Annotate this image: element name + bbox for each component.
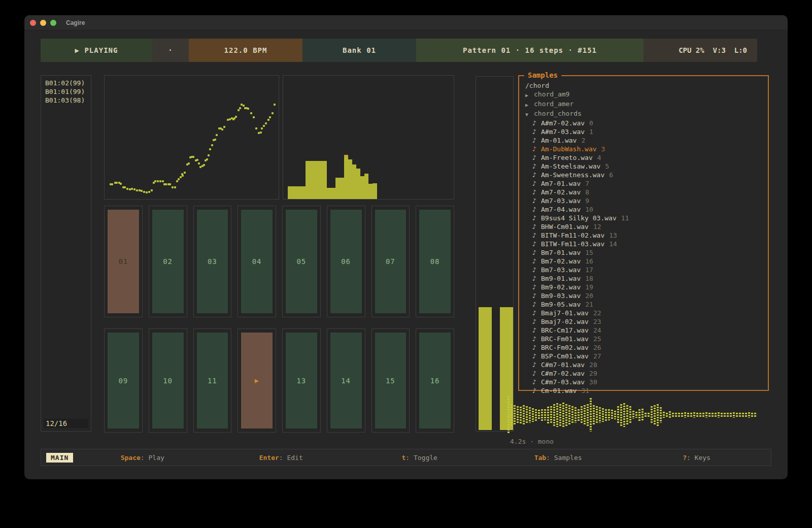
pad-button[interactable]: 01 bbox=[108, 210, 139, 313]
sample-file-row[interactable]: ♪ BHW-Cm01.wav 12 bbox=[525, 222, 768, 231]
sample-file-row[interactable]: ♪ Bmaj7-01.wav 22 bbox=[525, 309, 768, 317]
sample-index: 11 bbox=[621, 214, 629, 222]
pad-button[interactable]: 09 bbox=[108, 333, 139, 428]
folder-name: chord_am9 bbox=[534, 90, 569, 100]
sample-file-name: Am-Sweetness.wav bbox=[541, 171, 604, 179]
music-note-icon: ♪ bbox=[532, 240, 541, 248]
sample-index: 13 bbox=[609, 231, 617, 240]
screen: Cagire ▶ PLAYING · 122.0 BPM Bank 01 Pat… bbox=[0, 0, 812, 528]
sample-file-row[interactable]: ♪ Bmaj7-02.wav 23 bbox=[525, 317, 768, 326]
music-note-icon: ♪ bbox=[532, 248, 541, 257]
music-note-icon: ♪ bbox=[532, 153, 541, 162]
key-hint: Space: Play bbox=[73, 454, 212, 461]
music-note-icon: ♪ bbox=[532, 266, 541, 274]
pad-button[interactable]: 03 bbox=[197, 210, 228, 313]
sample-file-row[interactable]: ♪ BRC-Cm17.wav 24 bbox=[525, 326, 768, 335]
music-note-icon: ♪ bbox=[532, 162, 541, 171]
sample-file-name: BRC-Fm01.wav bbox=[541, 335, 589, 343]
mode-badge: MAIN bbox=[46, 453, 73, 463]
sample-file-row[interactable]: ♪ Am7-02.wav 8 bbox=[525, 188, 768, 196]
pad-button[interactable]: 07 bbox=[375, 210, 407, 313]
sample-file-row[interactable]: ♪ C#m7-02.wav 29 bbox=[525, 369, 768, 378]
pad-button[interactable]: 11 bbox=[197, 333, 228, 428]
sample-file-row[interactable]: ♪ B9sus4 Silky 03.wav 11 bbox=[525, 214, 768, 222]
pad-button[interactable]: 10 bbox=[152, 333, 184, 428]
sample-file-name: Bm7-02.wav bbox=[541, 257, 581, 266]
sample-file-row[interactable]: ♪ Bm9-05.wav 21 bbox=[525, 300, 768, 309]
sample-file-name: A#m7-03.wav bbox=[541, 127, 585, 136]
sample-file-row[interactable]: ♪ Am7-04.wav 10 bbox=[525, 205, 768, 214]
status-segment: · bbox=[152, 39, 189, 62]
sample-file-row[interactable]: ♪ A#m7-02.wav 0 bbox=[525, 119, 768, 127]
key-action: : Keys bbox=[687, 454, 710, 461]
sample-file-row[interactable]: ♪ Am-Sweetness.wav 6 bbox=[525, 171, 768, 179]
pad-button[interactable]: ▶ bbox=[241, 333, 273, 428]
sample-index: 3 bbox=[601, 145, 605, 153]
sample-file-row[interactable]: ♪ Am-Freeto.wav 4 bbox=[525, 153, 768, 162]
app-window: Cagire ▶ PLAYING · 122.0 BPM Bank 01 Pat… bbox=[24, 15, 788, 479]
sample-file-row[interactable]: ♪ Cm-01.wav 31 bbox=[525, 386, 768, 395]
samples-panel-title: Samples bbox=[524, 71, 561, 79]
chevron-icon: ▶ bbox=[525, 100, 534, 109]
music-note-icon: ♪ bbox=[532, 205, 541, 214]
sample-file-row[interactable]: ♪ Bm9-01.wav 18 bbox=[525, 274, 768, 283]
sample-file-row[interactable]: ♪ Bm7-03.wav 17 bbox=[525, 266, 768, 274]
sample-file-row[interactable]: ♪ Am-DubWash.wav 3 bbox=[525, 145, 768, 153]
pad-cell: 01 bbox=[104, 206, 143, 317]
sample-index: 21 bbox=[585, 300, 593, 309]
sample-file-row[interactable]: ♪ BSP-Cm01.wav 27 bbox=[525, 352, 768, 360]
key-hint: t: Toggle bbox=[350, 454, 489, 461]
pad-button[interactable]: 15 bbox=[375, 333, 407, 428]
close-window-button[interactable] bbox=[30, 20, 36, 26]
sample-file-row[interactable]: ♪ C#m7-03.wav 30 bbox=[525, 378, 768, 386]
pad-button[interactable]: 16 bbox=[419, 333, 451, 428]
sample-file-row[interactable]: ♪ Am-01.wav 2 bbox=[525, 136, 768, 145]
voice-entry: B01:01(99) bbox=[45, 87, 87, 96]
folder-row[interactable]: ▶ chord_am9 bbox=[525, 90, 768, 100]
sample-index: 25 bbox=[593, 335, 601, 343]
sample-file-row[interactable]: ♪ Bm9-02.wav 19 bbox=[525, 283, 768, 291]
music-note-icon: ♪ bbox=[532, 214, 541, 222]
sample-file-name: BHW-Cm01.wav bbox=[541, 222, 589, 231]
output-meter-panel bbox=[476, 76, 514, 432]
sample-info-label: 4.2s · mono bbox=[510, 438, 554, 445]
sample-file-name: Bm7-03.wav bbox=[541, 266, 581, 274]
music-note-icon: ♪ bbox=[532, 188, 541, 196]
sample-file-row[interactable]: ♪ BRC-Fm02.wav 26 bbox=[525, 343, 768, 352]
sample-index: 6 bbox=[609, 171, 613, 179]
sample-file-row[interactable]: ♪ BITW-Fm11-02.wav 13 bbox=[525, 231, 768, 240]
sample-file-name: Am7-03.wav bbox=[541, 196, 581, 205]
pad-button[interactable]: 02 bbox=[152, 210, 184, 313]
zoom-window-button[interactable] bbox=[50, 20, 56, 26]
key-hint: ?: Keys bbox=[627, 454, 766, 461]
sample-index: 12 bbox=[593, 222, 601, 231]
sample-file-row[interactable]: ♪ Bm7-01.wav 15 bbox=[525, 248, 768, 257]
sample-file-row[interactable]: ♪ BRC-Fm01.wav 25 bbox=[525, 335, 768, 343]
pad-button[interactable]: 04 bbox=[241, 210, 273, 313]
folder-row[interactable]: ▶ chord_amer bbox=[525, 100, 768, 109]
sample-file-name: Am7-02.wav bbox=[541, 188, 581, 196]
pad-button[interactable]: 08 bbox=[419, 210, 451, 313]
sample-file-row[interactable]: ♪ BITW-Fm11-03.wav 14 bbox=[525, 240, 768, 248]
pad-button[interactable]: 05 bbox=[286, 210, 317, 313]
sample-file-row[interactable]: ♪ C#m7-01.wav 28 bbox=[525, 360, 768, 369]
sample-index: 28 bbox=[589, 360, 597, 369]
sample-file-row[interactable]: ♪ Bm9-03.wav 20 bbox=[525, 291, 768, 300]
sample-file-row[interactable]: ♪ Am7-01.wav 7 bbox=[525, 179, 768, 188]
voice-entry: B01:03(98) bbox=[45, 96, 87, 105]
sample-file-row[interactable]: ♪ Bm7-02.wav 16 bbox=[525, 257, 768, 266]
sample-file-name: Am7-04.wav bbox=[541, 205, 581, 214]
music-note-icon: ♪ bbox=[532, 179, 541, 188]
sample-file-row[interactable]: ♪ A#m7-03.wav 1 bbox=[525, 127, 768, 136]
minimize-window-button[interactable] bbox=[40, 20, 46, 26]
pad-button[interactable]: 14 bbox=[330, 333, 362, 428]
sample-file-row[interactable]: ♪ Am-Steelsaw.wav 5 bbox=[525, 162, 768, 171]
pad-button[interactable]: 13 bbox=[286, 333, 317, 428]
sample-index: 9 bbox=[585, 196, 589, 205]
music-note-icon: ♪ bbox=[532, 145, 541, 153]
music-note-icon: ♪ bbox=[532, 335, 541, 343]
pad-button[interactable]: 06 bbox=[330, 210, 362, 313]
folder-row[interactable]: ▼ chord_chords bbox=[525, 109, 768, 119]
sample-file-row[interactable]: ♪ Am7-03.wav 9 bbox=[525, 196, 768, 205]
music-note-icon: ♪ bbox=[532, 326, 541, 335]
